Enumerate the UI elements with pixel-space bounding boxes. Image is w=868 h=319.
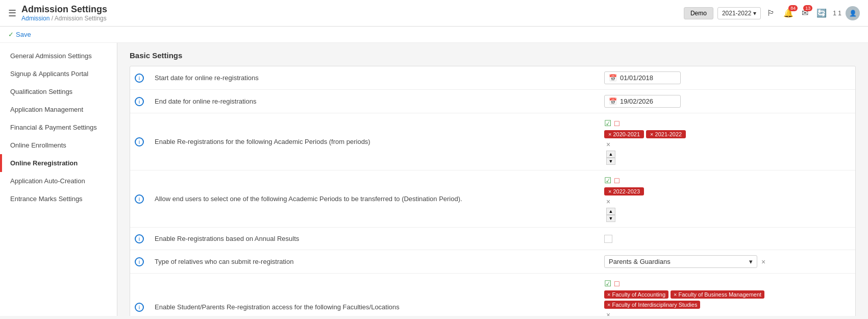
chevron-down-icon: ▾ (753, 10, 756, 17)
header-left: ☰ Admission Settings Admission / Admissi… (8, 4, 107, 22)
save-button[interactable]: Save (8, 31, 31, 38)
value-col-destination-period: ☑□× 2022-2023×▲▼ (600, 174, 855, 224)
sidebar-item-1[interactable]: Signup & Applicants Portal (0, 65, 117, 83)
date-value: 01/01/2018 (620, 74, 653, 82)
checkbox-annual-results[interactable] (604, 235, 612, 243)
label-relatives-type: Type of relatives who can submit re-regi… (148, 258, 600, 265)
date-value: 19/02/2026 (620, 97, 653, 105)
header-right: Demo 2021-2022 ▾ 🏳 🔔 84 ✉ 13 🔄 1 1 👤 (684, 6, 860, 20)
label-destination-period: Allow end users to select one of the fol… (148, 195, 600, 203)
info-col-faculties: i (130, 303, 148, 312)
tag-area-enable-reregistration: ☑□× 2020-2021× 2021-2022 (604, 118, 851, 138)
clear-tags-btn-enable-reregistration[interactable]: × (604, 140, 612, 149)
up-btn[interactable]: ▲ (606, 151, 615, 158)
check-icon-destination-period[interactable]: ☑ (604, 176, 611, 185)
settings-row-faculties: iEnable Student/Parents Re-registration … (130, 274, 855, 316)
info-col-enable-reregistration: i (130, 137, 148, 146)
label-annual-results: Enable Re-registrations based on Annual … (148, 235, 600, 242)
sync-icon[interactable]: 🔄 (814, 7, 829, 19)
settings-row-enable-reregistration: iEnable Re-registrations for the followi… (130, 113, 855, 170)
breadcrumb-current: Admission Settings (55, 15, 107, 22)
calendar-icon: 📅 (609, 97, 617, 105)
info-icon-enable-reregistration[interactable]: i (135, 137, 144, 146)
info-icon-faculties[interactable]: i (135, 303, 144, 312)
notification-badge: 84 (788, 5, 798, 11)
info-icon-annual-results[interactable]: i (135, 234, 144, 243)
sidebar-item-3[interactable]: Application Management (0, 101, 117, 118)
value-col-annual-results (600, 233, 855, 245)
select-relatives-type[interactable]: Parents & Guardians▾ (604, 255, 757, 268)
clear-icon-faculties[interactable]: □ (614, 279, 619, 288)
clear-tags-btn-destination-period[interactable]: × (604, 198, 612, 206)
down-btn[interactable]: ▼ (606, 158, 615, 165)
sidebar-item-2[interactable]: Qualification Settings (0, 83, 117, 101)
save-bar: Save (0, 27, 868, 43)
tag-destination-period-0[interactable]: × 2022-2023 (604, 187, 644, 195)
flag-icon[interactable]: 🏳 (765, 8, 777, 19)
tags-row-destination-period: × 2022-2023 (604, 187, 851, 195)
clear-faculty-btn[interactable]: × (604, 311, 612, 316)
tag-top-destination-period: ☑□ (604, 176, 851, 185)
settings-table: iStart date for online re-registrations📅… (130, 66, 856, 316)
tags-row-enable-reregistration: × 2020-2021× 2021-2022 (604, 130, 851, 138)
sidebar-item-5[interactable]: Online Enrollments (0, 136, 117, 154)
sidebar-item-0[interactable]: General Admission Settings (0, 47, 117, 65)
tag-area-destination-period: ☑□× 2022-2023 (604, 176, 851, 195)
tags-row-faculties: × Faculty of Accounting× Faculty of Busi… (604, 290, 851, 309)
avatar[interactable]: 👤 (846, 6, 860, 20)
top-header: ☰ Admission Settings Admission / Admissi… (0, 0, 868, 27)
clear-icon-destination-period[interactable]: □ (614, 176, 619, 185)
date-input-end-date[interactable]: 📅19/02/2026 (604, 95, 681, 108)
date-input-start-date[interactable]: 📅01/01/2018 (604, 71, 681, 84)
settings-row-end-date: iEnd date for online re-registrations📅19… (130, 90, 855, 113)
info-icon-destination-period[interactable]: i (135, 194, 144, 204)
label-enable-reregistration: Enable Re-registrations for the followin… (148, 138, 600, 145)
tag-enable-reregistration-1[interactable]: × 2021-2022 (646, 130, 686, 138)
year-selector[interactable]: 2021-2022 ▾ (717, 7, 761, 19)
info-col-destination-period: i (130, 194, 148, 204)
select-value: Parents & Guardians (609, 258, 671, 265)
section-title: Basic Settings (130, 51, 856, 60)
sidebar-item-4[interactable]: Financial & Payment Settings (0, 118, 117, 136)
faculty-tag-faculties-2[interactable]: × Faculty of Interdisciplinary Studies (604, 301, 700, 309)
settings-row-destination-period: iAllow end users to select one of the fo… (130, 170, 855, 228)
faculty-tag-faculties-0[interactable]: × Faculty of Accounting (604, 290, 668, 299)
app-title: Admission Settings (21, 4, 107, 15)
main-content: Basic Settings iStart date for online re… (117, 43, 868, 316)
tag-enable-reregistration-0[interactable]: × 2020-2021 (604, 130, 644, 138)
settings-row-annual-results: iEnable Re-registrations based on Annual… (130, 228, 855, 250)
down-btn[interactable]: ▼ (606, 215, 615, 222)
clear-select-btn[interactable]: × (759, 258, 767, 266)
info-col-relatives-type: i (130, 257, 148, 266)
save-label: Save (16, 31, 31, 38)
notification-icon[interactable]: 🔔 84 (781, 7, 796, 19)
faculty-tag-faculties-1[interactable]: × Faculty of Business Management (671, 290, 764, 299)
demo-button[interactable]: Demo (684, 7, 713, 19)
mail-icon[interactable]: ✉ 13 (800, 7, 810, 19)
value-col-relatives-type: Parents & Guardians▾× (600, 253, 855, 270)
user-label: 1 1 (833, 10, 841, 17)
info-icon-start-date[interactable]: i (135, 73, 144, 83)
info-icon-relatives-type[interactable]: i (135, 257, 144, 266)
breadcrumb-admission[interactable]: Admission (21, 15, 49, 22)
layout: General Admission SettingsSignup & Appli… (0, 43, 868, 316)
breadcrumb: Admission / Admission Settings (21, 15, 107, 22)
label-end-date: End date for online re-registrations (148, 97, 600, 105)
check-icon-enable-reregistration[interactable]: ☑ (604, 118, 611, 128)
value-col-end-date: 📅19/02/2026 (600, 93, 855, 110)
calendar-icon: 📅 (609, 74, 617, 82)
value-col-start-date: 📅01/01/2018 (600, 69, 855, 86)
mail-badge: 13 (803, 5, 812, 11)
up-btn[interactable]: ▲ (606, 208, 615, 215)
hamburger-icon[interactable]: ☰ (8, 8, 16, 19)
sidebar-item-7[interactable]: Application Auto-Creation (0, 172, 117, 190)
info-col-end-date: i (130, 97, 148, 106)
clear-icon-enable-reregistration[interactable]: □ (614, 119, 619, 128)
tag-top-enable-reregistration: ☑□ (604, 118, 851, 128)
sidebar-item-6[interactable]: Online Reregistration (0, 154, 117, 172)
ctrl-btns-destination-period: ▲▼ (606, 208, 615, 222)
info-icon-end-date[interactable]: i (135, 97, 144, 106)
sidebar-item-8[interactable]: Entrance Marks Settings (0, 190, 117, 208)
check-icon-faculties[interactable]: ☑ (604, 279, 611, 288)
faculty-top-faculties: ☑□ (604, 279, 851, 288)
